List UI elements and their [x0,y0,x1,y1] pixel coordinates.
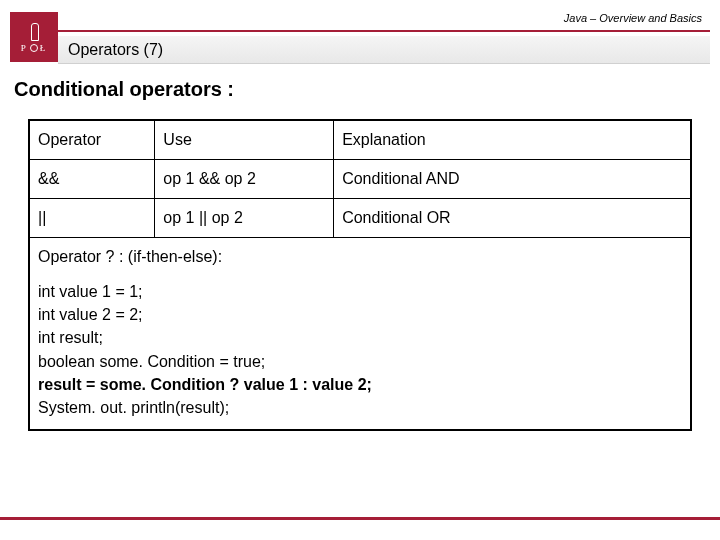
th-explanation: Explanation [334,120,692,160]
course-label: Java – Overview and Basics [564,12,702,24]
slide-title-bar: Operators (7) [58,36,710,64]
gear-icon [30,44,38,52]
code-block: int value 1 = 1; int value 2 = 2; int re… [38,280,682,419]
table-header-row: Operator Use Explanation [29,120,691,160]
header-divider [58,30,710,32]
slide-title: Operators (7) [68,41,163,59]
section-heading: Conditional operators : [14,78,706,101]
logo-letter-p: P [21,43,28,53]
logo-letter-l: Ł [40,43,48,53]
footer-divider [0,517,720,520]
code-line: boolean some. Condition = true; [38,350,682,373]
logo-letters: P Ł [21,43,48,53]
table-row: || op 1 || op 2 Conditional OR [29,199,691,238]
table-merged-row: Operator ? : (if-then-else): int value 1… [29,238,691,431]
code-line: int value 2 = 2; [38,303,682,326]
cell-operator: || [29,199,155,238]
code-line-bold: result = some. Condition ? value 1 : val… [38,373,682,396]
cell-explanation: Conditional AND [334,160,692,199]
ternary-example-cell: Operator ? : (if-then-else): int value 1… [29,238,691,431]
th-operator: Operator [29,120,155,160]
cell-explanation: Conditional OR [334,199,692,238]
code-line: System. out. println(result); [38,396,682,419]
slide-content: Conditional operators : Operator Use Exp… [14,78,706,431]
operators-table: Operator Use Explanation && op 1 && op 2… [28,119,692,431]
ternary-subheading: Operator ? : (if-then-else): [38,248,682,266]
university-logo: P Ł [10,12,58,62]
th-use: Use [155,120,334,160]
logo-symbol [23,21,45,43]
code-line: int result; [38,326,682,349]
code-line: int value 1 = 1; [38,280,682,303]
cell-operator: && [29,160,155,199]
table-row: && op 1 && op 2 Conditional AND [29,160,691,199]
cell-use: op 1 || op 2 [155,199,334,238]
cell-use: op 1 && op 2 [155,160,334,199]
